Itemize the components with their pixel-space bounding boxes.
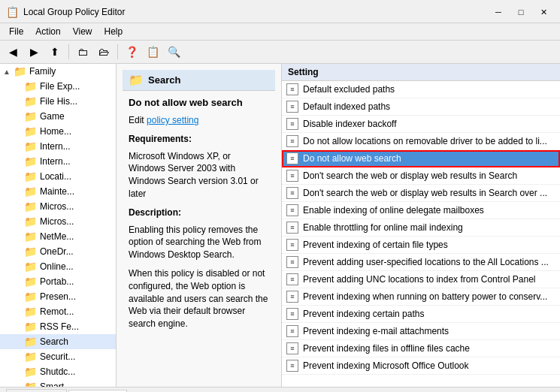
tree-item[interactable]: 📁File His... (0, 94, 116, 109)
setting-row[interactable]: ≡Prevent indexing of certain file types (282, 237, 560, 254)
menu-help[interactable]: Help (98, 25, 129, 38)
tree-item[interactable]: 📁Home... (0, 124, 116, 139)
tree-folder-icon: 📁 (24, 336, 37, 348)
tree-item[interactable]: 📁Game (0, 109, 116, 124)
tree-folder-icon: 📁 (24, 201, 37, 213)
setting-row[interactable]: ≡Prevent indexing when running on batter… (282, 288, 560, 306)
setting-label: Prevent indexing certain paths (303, 309, 424, 319)
setting-icon: ≡ (286, 325, 298, 337)
setting-row[interactable]: ≡Prevent indexing certain paths (282, 306, 560, 323)
tree-item[interactable]: 📁Micros... (0, 199, 116, 214)
tree-item[interactable]: 📁Micros... (0, 214, 116, 229)
tree-item-label: Remot... (40, 306, 74, 317)
setting-row[interactable]: ≡Prevent adding user-specified locations… (282, 254, 560, 271)
show-hide-button[interactable]: 🗀 (73, 43, 92, 61)
up-button[interactable]: ⬆ (45, 43, 65, 61)
close-button[interactable]: ✕ (533, 5, 554, 20)
app-icon: 📋 (6, 6, 19, 18)
setting-row[interactable]: ≡Enable throttling for online mail index… (282, 219, 560, 237)
setting-row[interactable]: ≡Prevent indexing e-mail attachments (282, 323, 560, 340)
tree-item[interactable]: 📁Intern... (0, 139, 116, 154)
tree-item[interactable]: 📁Locati... (0, 169, 116, 184)
tree-folder-icon: 📁 (24, 231, 37, 243)
maximize-button[interactable]: □ (510, 5, 531, 20)
tree-item-label: File His... (40, 96, 77, 107)
tree-item-label: File Exp... (40, 81, 80, 92)
back-button[interactable]: ◀ (3, 43, 23, 61)
filter-button[interactable]: 🔍 (164, 43, 183, 61)
title-bar: 📋 Local Group Policy Editor ─ □ ✕ (0, 0, 560, 23)
policy-title: Do not allow web search (129, 97, 269, 108)
setting-row[interactable]: ≡Prevent indexing files in offline files… (282, 340, 560, 357)
setting-row[interactable]: ≡Don't search the web or display web res… (282, 167, 560, 185)
menu-action[interactable]: Action (29, 25, 66, 38)
tree-item-label: Mainte... (40, 186, 74, 197)
setting-row[interactable]: ≡Prevent adding UNC locations to index f… (282, 271, 560, 288)
tree-item-label: Home... (40, 126, 71, 137)
setting-icon: ≡ (286, 239, 298, 251)
setting-icon: ≡ (286, 83, 298, 95)
setting-row[interactable]: ≡Do not allow locations on removable dri… (282, 133, 560, 150)
setting-row[interactable]: ≡Disable indexer backoff (282, 116, 560, 133)
setting-icon: ≡ (286, 204, 298, 216)
right-panel: Setting ≡Default excluded paths≡Default … (282, 64, 560, 387)
setting-row[interactable]: ≡Do not allow web search (282, 150, 560, 167)
setting-row[interactable]: ≡Don't search the web or display web res… (282, 185, 560, 202)
tree-folder-icon: 📁 (24, 125, 37, 137)
tab-standard[interactable]: Standard (68, 390, 128, 393)
tree-folder-icon: 📁 (24, 291, 37, 303)
setting-label: Prevent indexing when running on battery… (303, 291, 547, 302)
tree-item-label: Locati... (40, 171, 71, 182)
tree-item[interactable]: ▲📁Family (0, 64, 116, 79)
tab-extended[interactable]: Extended (6, 389, 67, 392)
tree-folder-icon: 📁 (24, 170, 37, 182)
requirements-text: Microsoft Windows XP, or Windows Server … (129, 150, 269, 201)
tree-folder-icon: 📁 (24, 155, 37, 167)
description-title: Description: (129, 207, 269, 219)
tree-item[interactable]: 📁Shutdc... (0, 364, 116, 379)
toolbar: ◀ ▶ ⬆ 🗀 🗁 ❓ 📋 🔍 (0, 41, 560, 64)
menu-file[interactable]: File (3, 25, 29, 38)
tree-item[interactable]: 📁Online... (0, 259, 116, 274)
help-button[interactable]: ❓ (122, 43, 141, 61)
middle-panel: 📁 Search Do not allow web search Edit po… (117, 64, 282, 387)
menu-view[interactable]: View (67, 25, 98, 38)
tree-item[interactable]: 📁NetMe... (0, 229, 116, 244)
toolbar-sep-2 (117, 44, 118, 59)
tree-item-label: Smart... (40, 381, 71, 387)
tree-folder-icon: 📁 (24, 351, 37, 363)
tree-item[interactable]: 📁Remot... (0, 304, 116, 319)
tree-item[interactable]: 📁Presen... (0, 289, 116, 304)
setting-row[interactable]: ≡Prevent indexing Microsoft Office Outlo… (282, 357, 560, 375)
tree-panel[interactable]: ▲📁Family📁File Exp...📁File His...📁Game📁Ho… (0, 64, 117, 387)
properties-button[interactable]: 📋 (143, 43, 162, 61)
minimize-button[interactable]: ─ (488, 5, 509, 20)
setting-label: Prevent indexing e-mail attachments (303, 326, 449, 336)
tree-item[interactable]: 📁Portab... (0, 274, 116, 289)
tree-item[interactable]: 📁Smart... (0, 379, 116, 387)
setting-row[interactable]: ≡Enable indexing of online delegate mail… (282, 202, 560, 219)
setting-label: Prevent indexing files in offline files … (303, 343, 470, 354)
requirements-title: Requirements: (129, 133, 269, 146)
tree-item[interactable]: 📁OneDr... (0, 244, 116, 259)
setting-row[interactable]: ≡Default excluded paths (282, 81, 560, 98)
tree-item[interactable]: 📁Search (0, 334, 116, 349)
tree-item[interactable]: 📁Intern... (0, 154, 116, 169)
window-controls: ─ □ ✕ (488, 5, 554, 20)
tree-folder-icon: 📁 (24, 381, 37, 387)
forward-button[interactable]: ▶ (24, 43, 44, 61)
tree-item[interactable]: 📁Securit... (0, 349, 116, 364)
policy-setting-link[interactable]: policy setting (147, 115, 198, 125)
edit-label: Edit (129, 115, 144, 125)
tree-item[interactable]: 📁File Exp... (0, 79, 116, 94)
right-panel-content[interactable]: ≡Default excluded paths≡Default indexed … (282, 81, 560, 387)
setting-row[interactable]: ≡Default indexed paths (282, 98, 560, 116)
tree-folder-icon: 📁 (24, 261, 37, 273)
tree-item-label: Family (29, 66, 56, 77)
tree-item[interactable]: 📁RSS Fe... (0, 319, 116, 334)
tree-item[interactable]: 📁Mainte... (0, 184, 116, 199)
new-button[interactable]: 🗁 (94, 43, 114, 61)
menu-bar: File Action View Help (0, 23, 560, 41)
setting-icon: ≡ (286, 170, 298, 182)
setting-icon: ≡ (286, 118, 298, 130)
